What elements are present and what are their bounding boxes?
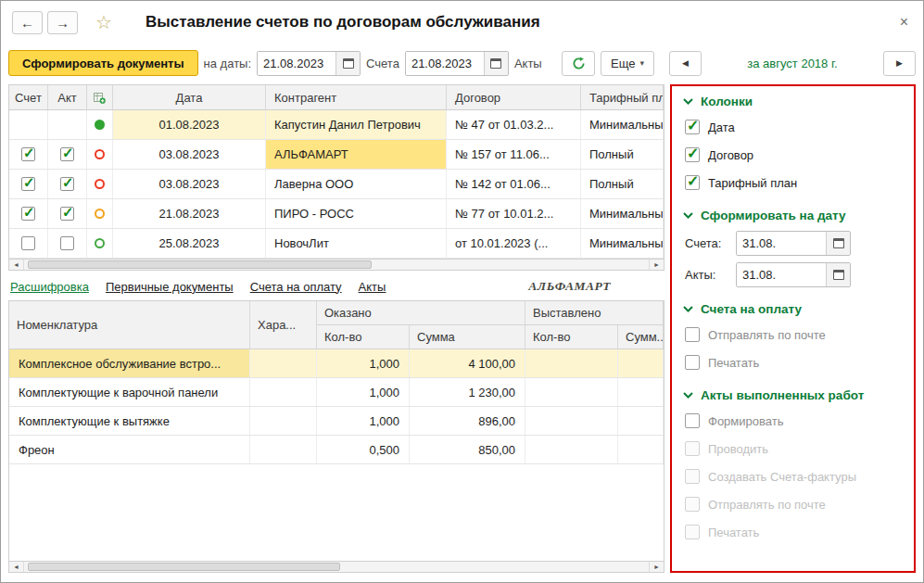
contract-cell[interactable]: № 47 от 01.03.2... (447, 110, 581, 139)
invoice-cell[interactable] (9, 140, 48, 169)
checkbox[interactable] (685, 413, 700, 428)
qty-rendered-cell[interactable]: 0,500 (317, 436, 410, 463)
nomenclature-cell[interactable]: Комплексное обслуживание встро... (9, 349, 250, 377)
invoice-checkbox[interactable] (21, 147, 35, 161)
sum-rendered-cell[interactable]: 896,00 (410, 407, 525, 435)
invoice-cell[interactable] (9, 110, 48, 139)
contract-cell[interactable]: № 157 от 11.06... (447, 140, 581, 169)
generate-documents-button[interactable]: Сформировать документы (8, 50, 198, 76)
checkbox[interactable] (685, 175, 700, 190)
scroll-right-icon[interactable]: ► (649, 562, 664, 572)
period-prev-button[interactable]: ◀ (669, 51, 702, 76)
characteristic-cell[interactable] (250, 407, 317, 435)
contract-cell[interactable]: № 77 от 10.01.2... (447, 199, 581, 228)
scroll-thumb[interactable] (28, 260, 372, 269)
checkbox-row-contract[interactable]: Договор (685, 141, 903, 169)
act-checkbox[interactable] (60, 147, 74, 161)
acts-calendar-button[interactable] (484, 52, 508, 75)
tariff-cell[interactable]: Минимальный (581, 199, 664, 228)
act-cell[interactable] (48, 199, 87, 228)
checkbox[interactable] (685, 120, 700, 134)
qty-billed-cell[interactable] (525, 436, 618, 463)
favorite-star-icon[interactable]: ☆ (95, 11, 112, 33)
nomenclature-cell[interactable]: Фреон (9, 436, 250, 463)
act-checkbox[interactable] (60, 177, 74, 191)
tariff-cell[interactable]: Минимальный (581, 110, 664, 139)
forward-button[interactable]: → (47, 11, 78, 34)
counterparty-cell[interactable]: ПИРО - РОСС (266, 199, 447, 228)
act-checkbox[interactable] (60, 236, 74, 250)
period-next-button[interactable]: ▶ (883, 51, 916, 76)
panel-invoices-date-input[interactable] (737, 232, 826, 255)
counterparty-cell[interactable]: НовочЛит (266, 229, 447, 258)
group-header-invoices[interactable]: Счета на оплату (683, 302, 903, 316)
counterparty-cell[interactable]: АЛЬФАМАРТ (266, 140, 447, 169)
qty-rendered-cell[interactable]: 1,000 (317, 378, 410, 406)
acts-date-input[interactable] (406, 52, 484, 75)
tab-decryption[interactable]: Расшифровка (10, 280, 89, 294)
tab-invoices[interactable]: Счета на оплату (250, 280, 342, 294)
group-header-columns[interactable]: Колонки (683, 95, 903, 108)
invoice-cell[interactable] (9, 170, 48, 198)
checkbox[interactable] (685, 147, 700, 162)
checkbox-row-form[interactable]: Формировать (685, 407, 903, 435)
tab-acts[interactable]: Акты (359, 280, 386, 294)
invoice-checkbox[interactable] (21, 236, 35, 250)
scroll-track[interactable] (24, 562, 649, 572)
sum-billed-cell[interactable] (618, 378, 664, 406)
invoice-checkbox[interactable] (21, 177, 35, 191)
checkbox[interactable] (685, 327, 700, 342)
group-header-acts[interactable]: Акты выполненных работ (683, 388, 903, 402)
qty-rendered-cell[interactable]: 1,000 (317, 407, 410, 435)
contract-cell[interactable]: от 10.01.2023 (... (447, 229, 581, 258)
sum-rendered-cell[interactable]: 850,00 (410, 436, 525, 463)
date-cell[interactable]: 25.08.2023 (113, 229, 266, 258)
scroll-left-icon[interactable]: ◄ (9, 260, 24, 270)
qty-billed-cell[interactable] (525, 378, 618, 406)
tariff-cell[interactable]: Полный (581, 170, 664, 198)
qty-billed-cell[interactable] (525, 349, 618, 377)
group-header-form-on-date[interactable]: Сформировать на дату (683, 209, 903, 222)
tariff-cell[interactable]: Минимальный (581, 229, 664, 258)
sum-rendered-cell[interactable]: 4 100,00 (410, 349, 525, 377)
detail-table-hscrollbar[interactable]: ◄ ► (8, 561, 665, 573)
sum-billed-cell[interactable] (618, 407, 664, 435)
nomenclature-cell[interactable]: Комплектующие к вытяжке (9, 407, 250, 435)
panel-acts-calendar-button[interactable] (826, 263, 850, 286)
invoices-date-input[interactable] (258, 52, 335, 75)
date-cell[interactable]: 03.08.2023 (113, 170, 266, 198)
act-cell[interactable] (48, 229, 87, 258)
act-cell[interactable] (48, 140, 87, 169)
invoices-calendar-button[interactable] (335, 52, 360, 75)
checkbox-row-send-by-mail[interactable]: Отправлять по почте (685, 321, 903, 349)
nomenclature-cell[interactable]: Комплектующие к варочной панели (9, 378, 250, 406)
sum-billed-cell[interactable] (618, 349, 664, 377)
qty-rendered-cell[interactable]: 1,000 (317, 349, 410, 377)
checkbox[interactable] (685, 355, 700, 370)
characteristic-cell[interactable] (250, 349, 317, 377)
date-cell[interactable]: 03.08.2023 (113, 140, 266, 169)
counterparty-cell[interactable]: Капустин Данил Петрович (266, 110, 447, 139)
tab-primary-documents[interactable]: Первичные документы (106, 280, 234, 294)
act-checkbox[interactable] (60, 207, 74, 221)
back-button[interactable]: ← (12, 11, 43, 34)
close-icon[interactable]: × (896, 12, 912, 32)
invoice-cell[interactable] (9, 199, 48, 228)
sum-rendered-cell[interactable]: 1 230,00 (410, 378, 525, 406)
period-label[interactable]: за август 2018 г. (702, 51, 883, 76)
sum-billed-cell[interactable] (618, 436, 664, 463)
checkbox-row-tariff-plan[interactable]: Тарифный план (685, 169, 903, 196)
date-cell[interactable]: 01.08.2023 (113, 110, 266, 139)
contract-cell[interactable]: № 142 от 01.06... (447, 170, 581, 198)
checkbox-row-date[interactable]: Дата (685, 113, 903, 141)
date-cell[interactable]: 21.08.2023 (113, 199, 266, 228)
characteristic-cell[interactable] (250, 436, 317, 463)
more-button[interactable]: Еще ▾ (601, 51, 654, 76)
checkbox-row-print[interactable]: Печатать (685, 349, 903, 376)
scroll-left-icon[interactable]: ◄ (9, 562, 24, 572)
tariff-cell[interactable]: Полный (581, 140, 664, 169)
invoice-checkbox[interactable] (21, 207, 35, 221)
qty-billed-cell[interactable] (525, 407, 618, 435)
panel-invoices-calendar-button[interactable] (826, 232, 850, 255)
act-cell[interactable] (48, 170, 87, 198)
